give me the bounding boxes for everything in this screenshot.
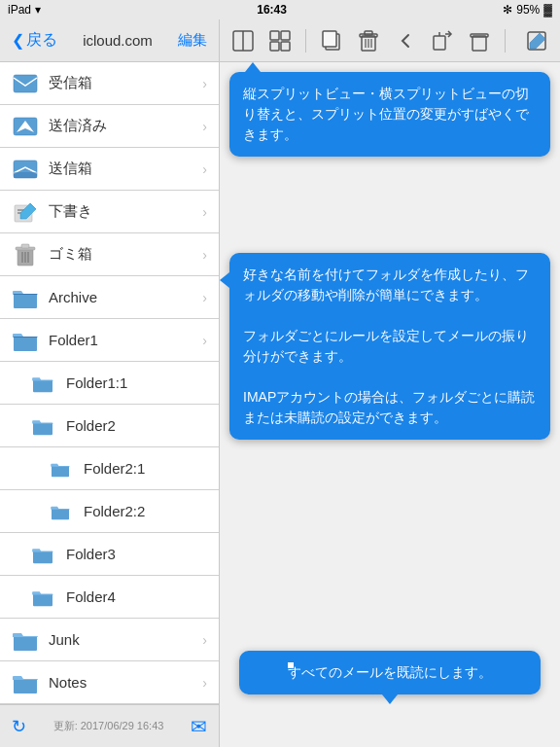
bluetooth-icon: ✻ <box>503 3 512 17</box>
outbox-label: 送信箱 <box>49 160 202 178</box>
svg-rect-29 <box>434 36 445 50</box>
folder3-icon <box>29 541 56 568</box>
drafts-icon <box>12 198 39 226</box>
compose-button[interactable] <box>521 25 552 56</box>
svg-rect-0 <box>14 75 37 92</box>
folder-folder1[interactable]: Folder1 › <box>0 319 219 362</box>
sent-icon <box>12 113 39 140</box>
folder3-label: Folder3 <box>66 546 207 562</box>
svg-rect-20 <box>281 42 290 51</box>
archive-folder-icon <box>12 284 39 311</box>
tooltip-mark-read: すべてのメールを既読にします。 <box>239 651 541 694</box>
battery-level: 95% <box>516 3 540 17</box>
folder2-1-label: Folder2:1 <box>84 460 207 477</box>
sidebar: ❮ 戻る icloud.com 編集 受信箱 › <box>0 19 220 747</box>
toolbar <box>220 19 560 62</box>
copy-button[interactable] <box>316 25 347 56</box>
toolbar-separator-1 <box>305 29 306 53</box>
folder-junk[interactable]: Junk › <box>0 619 219 661</box>
status-bar: iPad ▾ 16:43 ✻ 95% ▓ <box>0 0 560 19</box>
tooltip-top-text: 縦スプリットビュー・横スプリットビューの切り替えと、スプリット位置の変更がすばや… <box>243 86 529 142</box>
status-time: 16:43 <box>257 3 287 17</box>
move-button[interactable] <box>427 25 458 56</box>
folder-folder2-1[interactable]: Folder2:1 <box>0 447 219 490</box>
edit-button[interactable]: 編集 <box>178 31 207 50</box>
folder-archive[interactable]: Archive › <box>0 276 219 319</box>
inbox-icon <box>12 70 39 97</box>
toolbar-separator-2 <box>505 29 506 53</box>
sidebar-title: icloud.com <box>83 32 153 49</box>
status-right: ✻ 95% ▓ <box>503 3 552 17</box>
trash-icon <box>12 241 39 268</box>
folder2-1-icon <box>47 455 74 482</box>
folder1-1-label: Folder1:1 <box>66 374 207 391</box>
folder-folder3[interactable]: Folder3 <box>0 533 219 576</box>
folder-trash[interactable]: ゴミ箱 › <box>0 233 219 276</box>
compose-footer-button[interactable]: ✉ <box>191 715 207 738</box>
notes-label: Notes <box>49 674 202 691</box>
folder2-2-label: Folder2:2 <box>84 503 207 519</box>
split-vertical-button[interactable] <box>228 25 259 56</box>
svg-rect-18 <box>281 31 290 40</box>
tooltip-split-view: 縦スプリットビュー・横スプリットビューの切り替えと、スプリット位置の変更がすばや… <box>229 72 550 157</box>
back-label: 戻る <box>26 30 57 51</box>
update-timestamp: 更新: 2017/06/29 16:43 <box>53 719 164 733</box>
folder-folder4[interactable]: Folder4 <box>0 576 219 619</box>
svg-rect-17 <box>270 31 279 40</box>
folder2-2-icon <box>47 498 74 525</box>
back-icon: ❮ <box>12 31 24 50</box>
archive-label: Archive <box>49 289 202 305</box>
battery-icon: ▓ <box>543 3 552 17</box>
wifi-icon: ▾ <box>35 3 41 17</box>
inbox-label: 受信箱 <box>49 74 202 92</box>
folder4-icon <box>29 584 56 611</box>
folder-drafts[interactable]: 下書き › <box>0 191 219 233</box>
tooltip-folder-management: 好きな名前を付けてフォルダを作成したり、フォルダの移動や削除が簡単にできます。 … <box>229 253 550 440</box>
folder4-label: Folder4 <box>66 588 207 605</box>
chevron-icon: › <box>202 76 207 91</box>
sidebar-footer: ↻ 更新: 2017/06/29 16:43 ✉ <box>0 704 219 747</box>
chevron-icon: › <box>202 333 207 348</box>
folder-list: 受信箱 › 送信済み › <box>0 62 219 704</box>
folder-outbox[interactable]: 送信箱 › <box>0 148 219 191</box>
outbox-icon <box>12 156 39 183</box>
back-nav-button[interactable] <box>390 25 421 56</box>
chevron-icon: › <box>202 675 207 691</box>
folder1-label: Folder1 <box>49 332 202 348</box>
right-pane: 縦スプリットビュー・横スプリットビューの切り替えと、スプリット位置の変更がすばや… <box>220 19 560 747</box>
svg-rect-30 <box>472 36 486 51</box>
trash-button[interactable] <box>464 25 495 56</box>
folder1-1-icon <box>29 370 56 397</box>
folder2-icon <box>29 412 56 440</box>
refresh-button[interactable]: ↻ <box>12 716 26 737</box>
device-name: iPad <box>8 3 31 17</box>
folder-folder2-2[interactable]: Folder2:2 <box>0 490 219 533</box>
folder-sent[interactable]: 送信済み › <box>0 105 219 148</box>
back-button[interactable]: ❮ 戻る <box>12 30 57 51</box>
tooltip-bottom-text: すべてのメールを既読にします。 <box>288 664 492 680</box>
folder-folder2[interactable]: Folder2 <box>0 405 219 447</box>
chevron-icon: › <box>202 204 207 220</box>
folder-folder1-1[interactable]: Folder1:1 <box>0 362 219 405</box>
svg-rect-22 <box>323 31 336 47</box>
chevron-icon: › <box>202 247 207 263</box>
delete-button[interactable] <box>353 25 384 56</box>
chevron-icon: › <box>202 119 207 134</box>
split-grid-button[interactable] <box>264 25 296 56</box>
folder-inbox[interactable]: 受信箱 › <box>0 62 219 105</box>
chevron-icon: › <box>202 632 207 648</box>
svg-rect-4 <box>14 172 37 178</box>
sent-label: 送信済み <box>49 117 202 135</box>
folder2-label: Folder2 <box>66 417 207 434</box>
junk-icon <box>12 626 39 654</box>
tooltip-middle-text: 好きな名前を付けてフォルダを作成したり、フォルダの移動や削除が簡単にできます。 … <box>243 267 535 425</box>
sidebar-header: ❮ 戻る icloud.com 編集 <box>0 19 219 62</box>
notes-icon <box>12 669 39 696</box>
svg-rect-11 <box>21 244 29 248</box>
main-layout: ❮ 戻る icloud.com 編集 受信箱 › <box>0 19 560 747</box>
svg-rect-25 <box>365 31 372 35</box>
chevron-icon: › <box>202 161 207 177</box>
status-left: iPad ▾ <box>8 3 41 17</box>
folder-notes[interactable]: Notes › <box>0 661 219 704</box>
drafts-label: 下書き <box>49 202 202 221</box>
